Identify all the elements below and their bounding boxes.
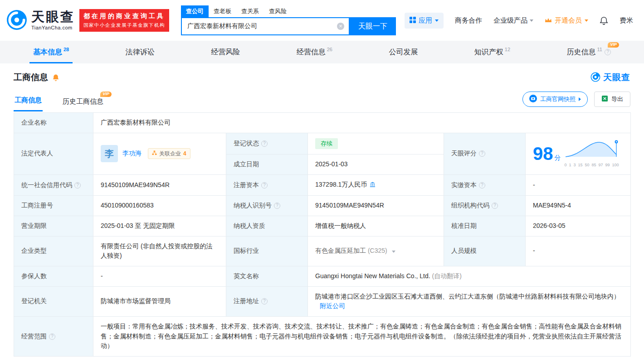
notification-bell-icon[interactable] bbox=[600, 16, 608, 25]
help-icon[interactable] bbox=[261, 298, 268, 304]
help-icon[interactable] bbox=[274, 203, 280, 209]
english-name-value: Guangxi Hongtai New Materials Co., Ltd. bbox=[315, 272, 430, 280]
help-icon[interactable] bbox=[605, 49, 611, 55]
tab-operation-info[interactable]: 经营信息 26 bbox=[293, 41, 336, 63]
subtab-row: 工商信息 VIP 历史工商信息 工商官网快照 导出 bbox=[0, 84, 644, 111]
paid-capital-value-cell: - bbox=[526, 174, 631, 196]
promo-line-2: 国家中小企业发展子基金旗下机构 bbox=[83, 22, 165, 29]
nearby-companies-link[interactable]: 附近公司 bbox=[320, 302, 345, 309]
taxpayer-quality-label-cell: 纳税人资质 bbox=[226, 216, 308, 236]
camera-icon bbox=[529, 95, 537, 104]
field-label: 统一社会信用代码 bbox=[21, 181, 72, 188]
field-label: 英文名称 bbox=[234, 272, 259, 280]
business-term-value-cell: 2025-01-03 至 无固定期限 bbox=[93, 216, 226, 236]
field-label: 纳税人识别号 bbox=[234, 202, 272, 209]
field-label: 登记状态 bbox=[234, 140, 259, 147]
search-input[interactable] bbox=[182, 18, 349, 34]
tab-label: 法律诉讼 bbox=[126, 48, 155, 57]
tab-intellectual-property[interactable]: 知识产权 12 bbox=[471, 41, 514, 63]
english-name-value-cell: Guangxi Hongtai New Materials Co., Ltd. … bbox=[308, 266, 631, 286]
related-companies-badge[interactable]: 关联企业 4 bbox=[148, 148, 190, 159]
bank-icon[interactable] bbox=[370, 181, 376, 191]
tab-history-info[interactable]: VIP 历史信息 11 bbox=[563, 41, 615, 63]
help-icon[interactable] bbox=[261, 182, 268, 188]
help-icon[interactable] bbox=[492, 203, 498, 209]
help-icon[interactable] bbox=[74, 182, 81, 188]
field-label: 登记机关 bbox=[21, 297, 47, 304]
subtab-label: 历史工商信息 bbox=[63, 97, 103, 105]
help-icon[interactable] bbox=[479, 182, 485, 188]
company-type-label-cell: 企业类型 bbox=[14, 236, 93, 266]
search-tab-risk[interactable]: 查风险 bbox=[264, 5, 292, 17]
legal-rep-name-link[interactable]: 李功海 bbox=[122, 150, 141, 157]
reg-status-label-cell: 登记状态 bbox=[226, 133, 308, 154]
tab-label: 历史信息 bbox=[567, 48, 596, 57]
menu-business-cooperation[interactable]: 商务合作 bbox=[455, 16, 482, 25]
reg-number-value-cell: 450109000160583 bbox=[93, 196, 226, 216]
business-term-label-cell: 营业期限 bbox=[14, 216, 93, 236]
business-scope-value-cell: 一般项目：常用有色金属冶炼；技术服务、技术开发、技术咨询、技术交流、技术转让、技… bbox=[93, 317, 631, 357]
section-title: 工商信息 bbox=[14, 72, 48, 83]
menu-open-vip[interactable]: 开通会员 bbox=[545, 16, 588, 25]
address-label-cell: 注册地址 bbox=[226, 286, 308, 316]
staff-size-value-cell: - bbox=[526, 236, 631, 266]
menu-user[interactable]: 费米 bbox=[620, 16, 633, 25]
score-unit: 分 bbox=[555, 154, 561, 161]
help-icon[interactable] bbox=[479, 150, 485, 157]
chevron-down-icon[interactable] bbox=[392, 251, 395, 253]
taxpayer-id-label-cell: 纳税人识别号 bbox=[226, 196, 308, 216]
company-info-table: 企业名称 广西宏泰新材料有限公司 法定代表人 李 李功海 bbox=[14, 112, 631, 357]
search-tab-relation[interactable]: 查关系 bbox=[236, 5, 264, 17]
official-snapshot-button[interactable]: 工商官网快照 bbox=[522, 92, 588, 107]
tianyancha-logo[interactable]: 天眼查 TianYanCha.com bbox=[6, 10, 75, 32]
arrow-right-icon bbox=[579, 97, 581, 101]
org-code-value-cell: MAE949N5-4 bbox=[526, 196, 631, 216]
field-value: 2025-01-03 bbox=[315, 160, 348, 168]
approval-date-value-cell: 2026-03-05 bbox=[526, 216, 631, 236]
tab-legal-litigation[interactable]: 法律诉讼 bbox=[122, 41, 158, 63]
credit-code-label-cell: 统一社会信用代码 bbox=[14, 174, 93, 196]
search-tab-boss[interactable]: 查老板 bbox=[209, 5, 236, 17]
chevron-down-icon bbox=[585, 19, 588, 22]
field-label: 实缴资本 bbox=[451, 181, 477, 188]
company-nav-tabs: 基本信息 28 法律诉讼 经营风险 经营信息 26 公司发展 知识产权 12 V… bbox=[0, 41, 644, 63]
field-value: 防城港市市场监督管理局 bbox=[101, 297, 171, 304]
table-row: 经营范围 一般项目：常用有色金属冶炼；技术服务、技术开发、技术咨询、技术交流、技… bbox=[14, 317, 631, 357]
insured-value-cell: - bbox=[93, 266, 226, 286]
logo-swirl-icon bbox=[590, 72, 600, 83]
tab-basic-info[interactable]: 基本信息 28 bbox=[29, 41, 73, 63]
grid-icon bbox=[410, 17, 416, 24]
reg-number-label-cell: 工商注册号 bbox=[14, 196, 93, 216]
help-icon[interactable] bbox=[49, 333, 55, 340]
subscribe-bell-icon[interactable] bbox=[52, 74, 59, 81]
table-row: 登记机关 防城港市市场监督管理局 注册地址 防城港市港口区企沙工业园区玉石滩大道… bbox=[14, 286, 631, 316]
legal-rep-value-cell: 李 李功海 关联企业 4 bbox=[93, 133, 226, 174]
field-label: 工商注册号 bbox=[21, 202, 53, 209]
vip-badge: VIP bbox=[100, 92, 112, 97]
section-header: 工商信息 天眼查 bbox=[0, 63, 644, 84]
subtab-business-info[interactable]: 工商信息 bbox=[14, 96, 43, 111]
subtab-history-business-info[interactable]: VIP 历史工商信息 bbox=[62, 97, 104, 111]
search-tabs: 查公司 查老板 查关系 查风险 bbox=[181, 5, 396, 17]
clear-icon[interactable]: × bbox=[337, 23, 344, 30]
tab-label: 经营风险 bbox=[211, 48, 240, 57]
brand-domain: TianYanCha.com bbox=[31, 25, 75, 30]
apps-menu[interactable]: 应用 bbox=[405, 13, 444, 29]
legal-rep-avatar[interactable]: 李 bbox=[101, 145, 118, 162]
tab-label: 公司发展 bbox=[389, 48, 418, 57]
score-curve-chart: 0131550859799100 bbox=[565, 139, 619, 169]
search-button[interactable]: 天眼一下 bbox=[350, 17, 396, 35]
field-label: 成立日期 bbox=[234, 160, 259, 168]
tab-operation-risk[interactable]: 经营风险 bbox=[207, 41, 244, 63]
export-button[interactable]: 导出 bbox=[594, 92, 630, 107]
help-icon[interactable] bbox=[261, 140, 268, 147]
org-link-icon bbox=[152, 150, 157, 158]
search-tab-company[interactable]: 查公司 bbox=[181, 5, 209, 17]
tab-label: 知识产权 bbox=[474, 48, 503, 57]
chevron-down-icon bbox=[435, 19, 439, 22]
establish-date-label-cell: 成立日期 bbox=[226, 154, 308, 174]
score-widget: 98分 0131550859799100 bbox=[533, 139, 623, 169]
tab-company-development[interactable]: 公司发展 bbox=[385, 41, 421, 63]
menu-enterprise-products[interactable]: 企业级产品 bbox=[493, 16, 533, 25]
score-axis-labels: 0131550859799100 bbox=[565, 162, 619, 169]
